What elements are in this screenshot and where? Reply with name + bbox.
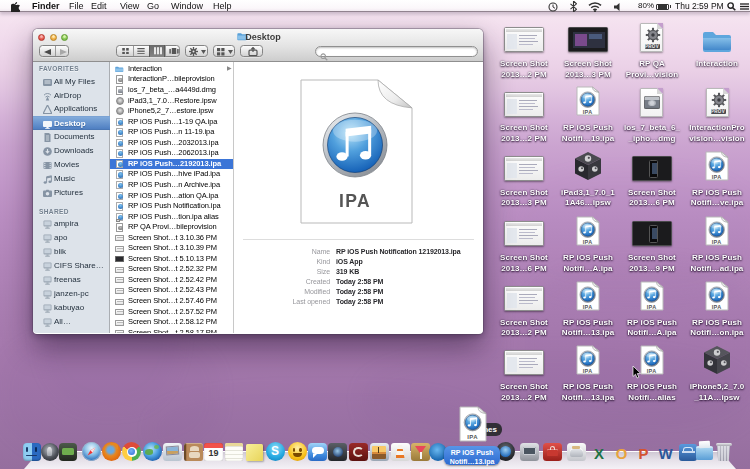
svg-text:IPA: IPA <box>583 239 593 245</box>
svg-text:IPA: IPA <box>712 304 722 310</box>
svg-text:IPA: IPA <box>647 368 657 374</box>
svg-text:IPA: IPA <box>712 239 722 245</box>
svg-text:IPA: IPA <box>583 368 593 374</box>
svg-text:IPA: IPA <box>467 434 478 440</box>
svg-text:IPA: IPA <box>583 109 593 115</box>
svg-text:IPA: IPA <box>712 174 722 180</box>
svg-text:IPA: IPA <box>647 304 657 310</box>
svg-text:IPA: IPA <box>339 191 371 211</box>
svg-text:IPA: IPA <box>583 304 593 310</box>
